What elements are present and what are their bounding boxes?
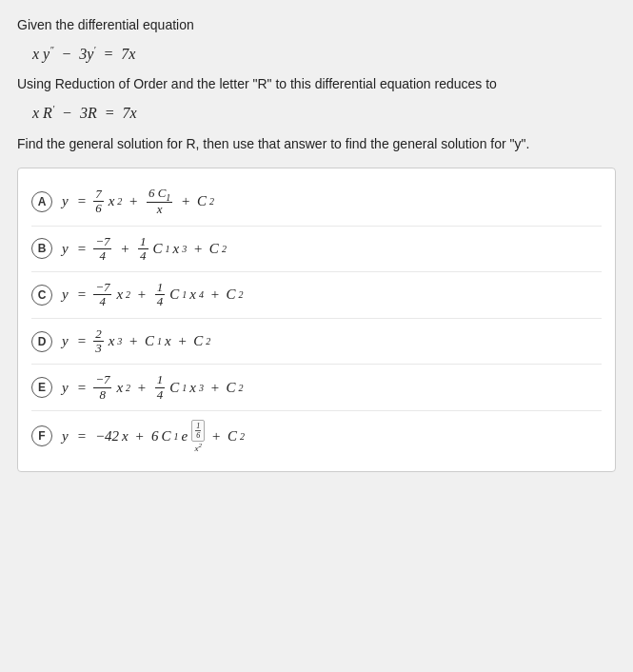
label-a: A	[31, 191, 52, 212]
answer-choices: A y = 76 x2 + 6 C1x + C2 B y = −74 + 14 …	[17, 168, 616, 472]
label-f: F	[31, 425, 52, 446]
equation-1: x y″ − 3y′ = 7x	[32, 45, 616, 63]
reduction-text: Using Reduction of Order and the letter …	[17, 74, 616, 94]
expr-a: y = 76 x2 + 6 C1x + C2	[62, 187, 214, 217]
answer-row-d[interactable]: D y = 23 x3 + C1x + C2	[31, 319, 602, 366]
answer-row-b[interactable]: B y = −74 + 14 C1x3 + C2	[31, 227, 602, 273]
answer-row-c[interactable]: C y = −74 x2 + 14 C1x4 + C2	[31, 272, 602, 319]
expr-b: y = −74 + 14 C1x3 + C2	[62, 235, 227, 264]
label-b: B	[31, 238, 52, 259]
problem-statement: Given the differential equation x y″ − 3…	[17, 15, 616, 154]
expr-c: y = −74 x2 + 14 C1x4 + C2	[62, 281, 244, 309]
answer-row-e[interactable]: E y = −78 x2 + 14 C1x3 + C2	[31, 365, 602, 411]
equation-2: x R′ − 3R = 7x	[32, 104, 616, 122]
expr-f: y = −42x + 6C1e 1 6 x2 + C2	[62, 420, 245, 453]
expr-e: y = −78 x2 + 14 C1x3 + C2	[62, 373, 244, 402]
answer-row-f[interactable]: F y = −42x + 6C1e 1 6 x2 + C2	[31, 411, 602, 462]
label-c: C	[31, 285, 52, 306]
answer-row-a[interactable]: A y = 76 x2 + 6 C1x + C2	[31, 178, 602, 227]
intro-text: Given the differential equation	[17, 15, 616, 35]
label-e: E	[31, 377, 52, 398]
instruction-text: Find the general solution for R, then us…	[17, 134, 616, 154]
label-d: D	[31, 331, 52, 352]
expr-d: y = 23 x3 + C1x + C2	[62, 327, 210, 356]
